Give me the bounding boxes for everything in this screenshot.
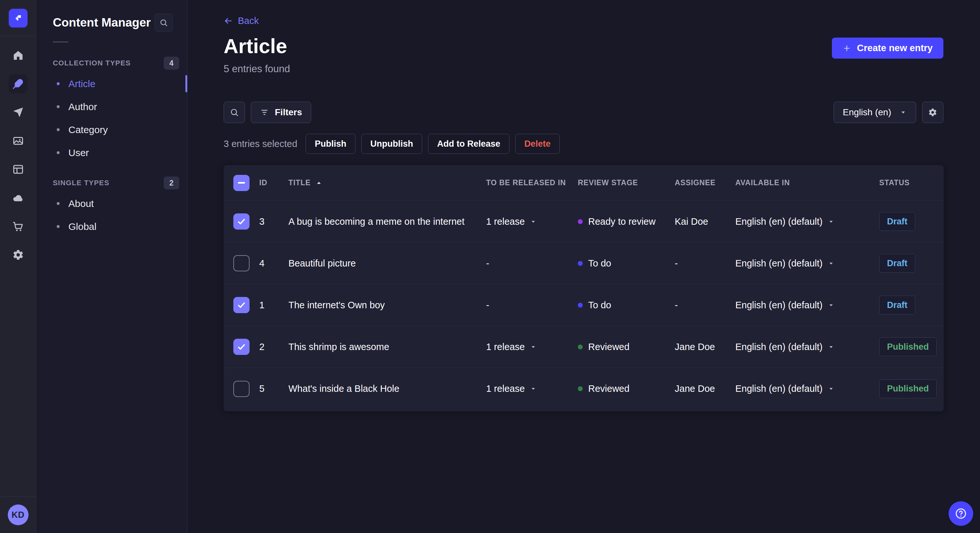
sort-ascending-icon (315, 179, 323, 187)
section-count-badge: 2 (164, 176, 179, 189)
section-label: SINGLE TYPES (53, 179, 110, 187)
create-new-entry-button[interactable]: Create new entry (832, 38, 943, 59)
indeterminate-dash-icon (238, 182, 245, 184)
stage-dot-icon (578, 386, 583, 391)
table-row[interactable]: 1 The internet's Own boy - To do - Engli… (224, 284, 944, 326)
status-badge: Published (879, 338, 937, 356)
cloud-icon[interactable] (9, 189, 27, 207)
table-row[interactable]: 4 Beautiful picture - To do - English (e… (224, 243, 944, 284)
release-dropdown[interactable]: 1 release (486, 216, 578, 227)
select-all-checkbox[interactable] (233, 175, 250, 191)
row-checkbox[interactable] (233, 255, 250, 271)
bullet-icon (57, 82, 60, 85)
release-plane-icon[interactable] (9, 103, 27, 122)
column-header-available-in[interactable]: AVAILABLE IN (735, 178, 879, 187)
strapi-logo (9, 9, 27, 27)
status-badge: Published (879, 379, 937, 398)
table-row[interactable]: 3 A bug is becoming a meme on the intern… (224, 201, 944, 243)
settings-gear-icon[interactable] (9, 246, 27, 264)
toolbar: Filters English (en) (224, 102, 943, 123)
table-row[interactable]: 5 What's inside a Black Hole 1 release R… (224, 368, 944, 409)
unpublish-button[interactable]: Unpublish (361, 134, 422, 154)
section-label: COLLECTION TYPES (53, 59, 130, 67)
marketplace-cart-icon[interactable] (9, 217, 27, 236)
filter-icon (260, 108, 269, 117)
create-new-entry-label: Create new entry (857, 43, 933, 54)
cell-id: 2 (259, 342, 288, 352)
sidebar-item-user[interactable]: User (37, 141, 187, 164)
cell-review-stage: Reviewed (578, 342, 675, 352)
locale-dropdown[interactable]: English (en) (default) (735, 300, 879, 311)
home-icon[interactable] (9, 46, 27, 65)
filters-button[interactable]: Filters (251, 102, 311, 123)
cell-assignee: - (675, 300, 735, 311)
column-header-assignee[interactable]: ASSIGNEE (675, 178, 735, 187)
chevron-down-icon (530, 344, 537, 351)
cell-title: What's inside a Black Hole (288, 383, 486, 394)
cell-assignee: Jane Doe (675, 383, 735, 394)
sidebar-item-author[interactable]: Author (37, 95, 187, 118)
row-checkbox[interactable] (233, 213, 250, 230)
sidebar-item-global[interactable]: Global (37, 215, 187, 238)
chevron-down-icon (530, 218, 537, 225)
release-dropdown[interactable]: 1 release (486, 383, 578, 394)
cell-assignee: Kai Doe (675, 216, 735, 227)
locale-dropdown[interactable]: English (en) (default) (735, 216, 879, 227)
cell-title: The internet's Own boy (288, 300, 486, 311)
locale-dropdown[interactable]: English (en) (default) (735, 342, 879, 352)
add-to-release-button[interactable]: Add to Release (428, 134, 509, 154)
view-settings-button[interactable] (922, 102, 943, 123)
column-header-title[interactable]: TITLE (288, 178, 486, 187)
release-dropdown[interactable]: - (486, 258, 578, 269)
locale-dropdown[interactable]: English (en) (default) (735, 258, 879, 269)
logo-area (0, 0, 36, 36)
stage-dot-icon (578, 261, 583, 266)
selection-count: 3 entries selected (224, 139, 297, 149)
user-avatar[interactable]: KD (8, 504, 29, 525)
publish-button[interactable]: Publish (305, 134, 355, 154)
column-header-id[interactable]: ID (259, 178, 288, 187)
chevron-down-icon (828, 385, 835, 392)
locale-select[interactable]: English (en) (834, 102, 916, 123)
cell-title: This shrimp is awesome (288, 342, 486, 352)
status-badge: Draft (879, 212, 915, 231)
chevron-down-icon (900, 109, 907, 116)
back-label: Back (238, 16, 259, 26)
search-icon (159, 19, 168, 27)
row-checkbox[interactable] (233, 297, 250, 313)
entries-table: ID TITLE TO BE RELEASED IN REVIEW STAGE … (224, 165, 944, 411)
active-indicator (185, 75, 187, 92)
cell-title: Beautiful picture (288, 258, 486, 269)
cell-id: 3 (259, 216, 288, 227)
sidebar-item-about[interactable]: About (37, 192, 187, 215)
search-button[interactable] (224, 102, 245, 123)
row-checkbox[interactable] (233, 381, 250, 397)
sidebar-section: COLLECTION TYPES 4 Article Author Catego… (37, 56, 187, 164)
content-manager-icon[interactable] (9, 75, 27, 93)
row-checkbox[interactable] (233, 339, 250, 355)
locale-dropdown[interactable]: English (en) (default) (735, 383, 879, 394)
bullet-icon (57, 128, 60, 131)
delete-button[interactable]: Delete (515, 134, 560, 154)
table-row[interactable]: 2 This shrimp is awesome 1 release Revie… (224, 326, 944, 368)
arrow-left-icon (224, 16, 233, 25)
content-type-builder-icon[interactable] (9, 160, 27, 179)
subnav-search-button[interactable] (154, 14, 173, 32)
media-library-icon[interactable] (9, 132, 27, 150)
help-button[interactable] (948, 501, 973, 526)
release-dropdown[interactable]: - (486, 300, 578, 311)
locale-value: English (en) (843, 107, 891, 117)
sidebar-item-category[interactable]: Category (37, 118, 187, 141)
cell-assignee: - (675, 258, 735, 269)
chevron-down-icon (530, 385, 537, 392)
cell-review-stage: To do (578, 258, 675, 269)
cell-review-stage: Ready to review (578, 216, 675, 227)
column-header-status[interactable]: STATUS (879, 178, 944, 187)
back-link[interactable]: Back (224, 16, 259, 26)
release-dropdown[interactable]: 1 release (486, 342, 578, 352)
column-header-to-be-released-in[interactable]: TO BE RELEASED IN (486, 178, 578, 187)
column-header-review-stage[interactable]: REVIEW STAGE (578, 178, 675, 187)
gear-icon (928, 108, 937, 117)
sidebar-item-article[interactable]: Article (37, 72, 187, 95)
cell-id: 5 (259, 383, 288, 394)
